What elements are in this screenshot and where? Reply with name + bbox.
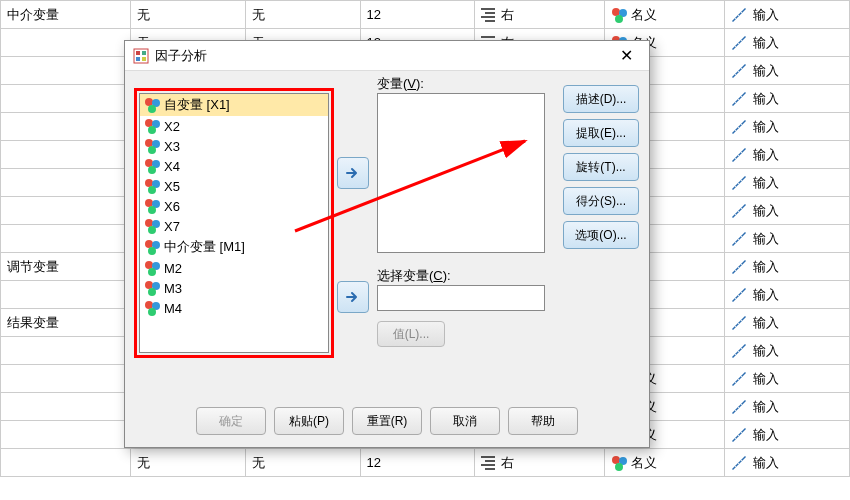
variable-list-item[interactable]: X5 xyxy=(140,176,328,196)
help-button[interactable]: 帮助 xyxy=(508,407,578,435)
variable-list-item[interactable]: 中介变量 [M1] xyxy=(140,236,328,258)
app-icon xyxy=(133,48,149,64)
variables-listbox[interactable] xyxy=(377,93,545,253)
variable-label: X3 xyxy=(164,139,180,154)
dialog-titlebar[interactable]: 因子分析 ✕ xyxy=(125,41,649,71)
cell[interactable]: 无 xyxy=(130,1,245,29)
close-icon[interactable]: ✕ xyxy=(611,46,641,65)
nominal-icon xyxy=(144,97,160,113)
variable-list-item[interactable]: M3 xyxy=(140,278,328,298)
variable-list-item[interactable]: X4 xyxy=(140,156,328,176)
score-button[interactable]: 得分(S)... xyxy=(563,187,639,215)
cell[interactable] xyxy=(1,393,131,421)
ruler-icon xyxy=(731,119,747,135)
cell[interactable] xyxy=(1,57,131,85)
cell[interactable]: 输入 xyxy=(725,169,850,197)
cell[interactable]: 输入 xyxy=(725,225,850,253)
move-to-selection-button[interactable] xyxy=(337,281,369,313)
nominal-icon xyxy=(611,7,627,23)
cell[interactable]: 输入 xyxy=(725,1,850,29)
cell[interactable]: 输入 xyxy=(725,309,850,337)
cell[interactable] xyxy=(1,141,131,169)
selection-variable-field[interactable] xyxy=(377,285,545,311)
cell[interactable]: 输入 xyxy=(725,393,850,421)
variable-list-item[interactable]: X7 xyxy=(140,216,328,236)
nominal-icon xyxy=(144,280,160,296)
paste-button[interactable]: 粘贴(P) xyxy=(274,407,344,435)
cell[interactable]: 右 xyxy=(475,1,605,29)
cell[interactable] xyxy=(1,281,131,309)
ruler-icon xyxy=(731,287,747,303)
variable-list-item[interactable]: X6 xyxy=(140,196,328,216)
variable-label: X4 xyxy=(164,159,180,174)
move-to-variables-button[interactable] xyxy=(337,157,369,189)
variable-list-item[interactable]: X2 xyxy=(140,116,328,136)
cell[interactable]: 调节变量 xyxy=(1,253,131,281)
cell[interactable]: 输入 xyxy=(725,253,850,281)
ruler-icon xyxy=(731,315,747,331)
cell[interactable]: 输入 xyxy=(725,57,850,85)
variable-label: X7 xyxy=(164,219,180,234)
ruler-icon xyxy=(731,147,747,163)
variable-list-item[interactable]: X3 xyxy=(140,136,328,156)
nominal-icon xyxy=(144,300,160,316)
cell[interactable] xyxy=(1,365,131,393)
cancel-button[interactable]: 取消 xyxy=(430,407,500,435)
variable-list-item[interactable]: M2 xyxy=(140,258,328,278)
table-row[interactable]: 中介变量无无12右名义输入 xyxy=(1,1,850,29)
cell[interactable] xyxy=(1,29,131,57)
cell[interactable] xyxy=(1,169,131,197)
cell[interactable]: 输入 xyxy=(725,197,850,225)
dialog-title: 因子分析 xyxy=(155,47,611,65)
ruler-icon xyxy=(731,343,747,359)
cell[interactable]: 输入 xyxy=(725,337,850,365)
ruler-icon xyxy=(731,399,747,415)
cell[interactable] xyxy=(1,85,131,113)
cell[interactable] xyxy=(1,449,131,477)
ruler-icon xyxy=(731,427,747,443)
value-button: 值(L)... xyxy=(377,321,445,347)
cell[interactable]: 12 xyxy=(360,1,475,29)
cell[interactable]: 中介变量 xyxy=(1,1,131,29)
ruler-icon xyxy=(731,35,747,51)
cell[interactable]: 无 xyxy=(245,449,360,477)
variable-list-item[interactable]: 自变量 [X1] xyxy=(140,94,328,116)
cell[interactable]: 12 xyxy=(360,449,475,477)
variable-list-item[interactable]: M4 xyxy=(140,298,328,318)
selection-variable-label: 选择变量(C): xyxy=(377,267,451,285)
cell[interactable]: 右 xyxy=(475,449,605,477)
ruler-icon xyxy=(731,455,747,471)
cell[interactable]: 输入 xyxy=(725,281,850,309)
cell[interactable]: 无 xyxy=(245,1,360,29)
cell[interactable] xyxy=(1,113,131,141)
describe-button[interactable]: 描述(D)... xyxy=(563,85,639,113)
cell[interactable]: 名义 xyxy=(605,1,725,29)
cell[interactable]: 名义 xyxy=(605,449,725,477)
ruler-icon xyxy=(731,203,747,219)
variables-label: 变量(V): xyxy=(377,75,424,93)
table-row[interactable]: 无无12右名义输入 xyxy=(1,449,850,477)
rotate-button[interactable]: 旋转(T)... xyxy=(563,153,639,181)
cell[interactable]: 输入 xyxy=(725,141,850,169)
cell[interactable]: 无 xyxy=(130,449,245,477)
nominal-icon xyxy=(144,178,160,194)
cell[interactable]: 输入 xyxy=(725,365,850,393)
nominal-icon xyxy=(144,138,160,154)
cell[interactable] xyxy=(1,421,131,449)
cell[interactable]: 输入 xyxy=(725,421,850,449)
cell[interactable] xyxy=(1,197,131,225)
reset-button[interactable]: 重置(R) xyxy=(352,407,422,435)
cell[interactable]: 结果变量 xyxy=(1,309,131,337)
source-variable-list[interactable]: 自变量 [X1]X2X3X4X5X6X7中介变量 [M1]M2M3M4 xyxy=(139,93,329,353)
cell[interactable] xyxy=(1,337,131,365)
variable-label: M4 xyxy=(164,301,182,316)
cell[interactable]: 输入 xyxy=(725,449,850,477)
cell[interactable]: 输入 xyxy=(725,113,850,141)
cell[interactable]: 输入 xyxy=(725,85,850,113)
align-right-icon xyxy=(481,7,497,23)
cell[interactable] xyxy=(1,225,131,253)
ok-button[interactable]: 确定 xyxy=(196,407,266,435)
option-button[interactable]: 选项(O)... xyxy=(563,221,639,249)
extract-button[interactable]: 提取(E)... xyxy=(563,119,639,147)
cell[interactable]: 输入 xyxy=(725,29,850,57)
